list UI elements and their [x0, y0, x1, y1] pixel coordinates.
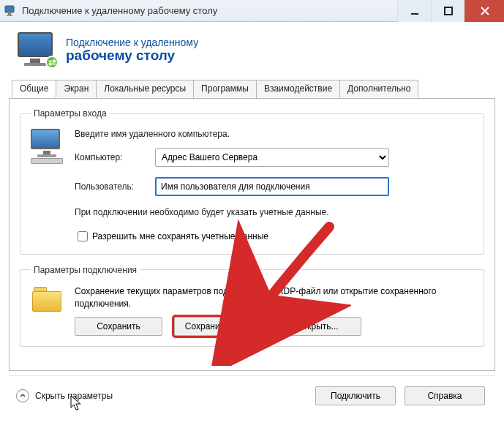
- tab-general[interactable]: Общие: [12, 80, 56, 98]
- login-parameters-legend: Параметры входа: [31, 108, 110, 119]
- app-icon: [4, 5, 16, 17]
- allow-save-credentials-checkbox[interactable]: [78, 231, 88, 241]
- connection-parameters-legend: Параметры подключения: [31, 265, 140, 275]
- svg-rect-2: [7, 15, 12, 16]
- svg-rect-1: [8, 13, 11, 15]
- rdp-monitor-icon: ⇄: [13, 32, 57, 67]
- window-body: ⇄ Подключение к удаленному рабочему стол…: [0, 22, 504, 416]
- titlebar: Подключение к удаленному рабочему столу: [0, 0, 504, 22]
- maximize-button[interactable]: [431, 0, 464, 22]
- tab-local-resources[interactable]: Локальные ресурсы: [96, 80, 194, 98]
- username-input[interactable]: [155, 177, 389, 196]
- hide-parameters-toggle[interactable]: [16, 389, 29, 402]
- tab-strip: Общие Экран Локальные ресурсы Программы …: [9, 80, 495, 99]
- credentials-hint: При подключении необходимо будет указать…: [75, 206, 473, 219]
- connect-button[interactable]: Подключить: [315, 386, 396, 405]
- close-button[interactable]: [464, 0, 504, 22]
- save-button[interactable]: Сохранить: [75, 317, 162, 336]
- svg-rect-0: [5, 6, 14, 12]
- connection-parameters-text: Сохранение текущих параметров подключени…: [75, 285, 473, 310]
- hide-parameters-label: Скрыть параметры: [35, 391, 306, 401]
- open-button[interactable]: Открыть...: [274, 317, 361, 336]
- tab-panel-general: Параметры входа Введите имя удаленного к…: [9, 98, 495, 371]
- allow-save-credentials-label: Разрешить мне сохранять учетные данные: [92, 231, 268, 241]
- dialog-header-text: Подключение к удаленному рабочему столу: [66, 37, 198, 64]
- dialog-footer: Скрыть параметры Подключить Справка: [9, 375, 495, 416]
- save-as-button[interactable]: Сохранить как...: [174, 317, 262, 336]
- tab-programs[interactable]: Программы: [193, 80, 257, 98]
- computer-icon: [31, 129, 63, 162]
- computer-select[interactable]: Адрес Вашего Сервера: [155, 148, 389, 167]
- tab-interaction[interactable]: Взаимодействие: [256, 80, 340, 98]
- minimize-button[interactable]: [397, 0, 431, 22]
- help-button[interactable]: Справка: [405, 386, 485, 405]
- rdp-file-icon: [31, 285, 63, 315]
- tab-advanced[interactable]: Дополнительно: [339, 80, 418, 98]
- user-label: Пользователь:: [75, 181, 155, 192]
- connection-parameters-group: Параметры подключения Сохранение текущих…: [20, 265, 484, 348]
- header-line1: Подключение к удаленному: [66, 37, 198, 48]
- header-line2: рабочему столу: [66, 48, 198, 64]
- dialog-header: ⇄ Подключение к удаленному рабочему стол…: [9, 29, 495, 79]
- login-parameters-group: Параметры входа Введите имя удаленного к…: [20, 108, 484, 255]
- computer-label: Компьютер:: [75, 152, 155, 162]
- tab-screen[interactable]: Экран: [56, 80, 97, 98]
- window-title: Подключение к удаленному рабочему столу: [22, 5, 397, 16]
- login-intro: Введите имя удаленного компьютера.: [75, 129, 473, 139]
- svg-rect-3: [411, 13, 418, 15]
- svg-rect-4: [445, 7, 452, 15]
